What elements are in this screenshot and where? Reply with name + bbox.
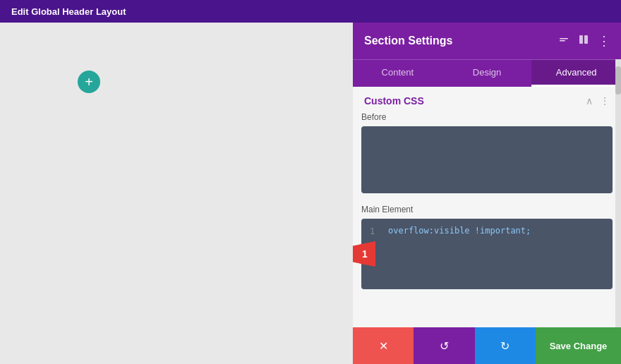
- canvas-area: +: [0, 23, 353, 364]
- svg-rect-2: [579, 35, 583, 44]
- more-options-icon[interactable]: ⋮: [598, 33, 610, 49]
- panel-header: Section Settings ⋮: [353, 23, 621, 59]
- undo-icon: ↺: [440, 339, 449, 353]
- panel-title: Section Settings: [364, 35, 452, 47]
- svg-rect-3: [584, 35, 588, 44]
- close-icon: ✕: [379, 339, 388, 353]
- redo-icon: ↻: [500, 339, 510, 353]
- undo-button[interactable]: ↺: [414, 327, 474, 364]
- css-code: overflow:visible !important;: [388, 226, 531, 236]
- main-element-wrapper: Main Element 1 1 overflow:visible !impor…: [361, 205, 613, 289]
- css-section-title: Custom CSS: [364, 95, 424, 107]
- panel-content: Custom CSS ∧ ⋮ Before Main Element: [353, 87, 621, 364]
- section-more-icon[interactable]: ⋮: [600, 95, 610, 107]
- tabs-row: Content Design Advanced: [353, 59, 621, 87]
- close-button[interactable]: ✕: [353, 327, 414, 364]
- top-bar-title: Edit Global Header Layout: [11, 6, 126, 17]
- before-label-wrapper: Before: [361, 112, 613, 193]
- css-section: Custom CSS ∧ ⋮ Before Main Element: [353, 87, 621, 289]
- plus-icon: +: [85, 75, 93, 89]
- step-number: 1: [362, 248, 368, 260]
- svg-rect-1: [560, 40, 565, 42]
- scrollbar-thumb[interactable]: [615, 66, 621, 95]
- columns-icon[interactable]: [578, 34, 589, 48]
- before-label: Before: [361, 112, 613, 122]
- redo-button[interactable]: ↻: [475, 327, 536, 364]
- tab-content[interactable]: Content: [353, 60, 442, 87]
- css-section-header: Custom CSS ∧ ⋮: [361, 87, 613, 112]
- collapse-icon[interactable]: ∧: [586, 95, 593, 107]
- section-header-icons: ∧ ⋮: [586, 95, 610, 107]
- step-badge: 1: [353, 241, 375, 267]
- panel-header-icons: ⋮: [558, 33, 610, 49]
- css-editor-content: 1 overflow:visible !important;: [361, 219, 613, 289]
- scrollbar-track[interactable]: [615, 59, 621, 327]
- add-section-button[interactable]: +: [78, 71, 100, 93]
- line-number: 1: [370, 226, 381, 236]
- tab-advanced[interactable]: Advanced: [531, 60, 621, 87]
- svg-rect-0: [560, 38, 568, 40]
- main-layout: + Section Settings ⋮: [0, 23, 621, 364]
- main-element-editor-container: 1 1 overflow:visible !important;: [361, 219, 613, 289]
- main-element-label: Main Element: [361, 205, 613, 214]
- action-bar: ✕ ↺ ↻ Save Change: [353, 327, 621, 364]
- save-button[interactable]: Save Change: [536, 327, 621, 364]
- main-element-css-editor[interactable]: 1 overflow:visible !important;: [361, 219, 613, 289]
- tab-design[interactable]: Design: [442, 60, 532, 87]
- settings-panel: Section Settings ⋮: [353, 23, 621, 364]
- save-label: Save Change: [550, 341, 608, 351]
- step-badge-container: 1: [353, 241, 375, 267]
- before-css-editor[interactable]: [361, 126, 613, 193]
- top-bar: Edit Global Header Layout: [0, 0, 621, 23]
- minimize-icon[interactable]: [558, 34, 569, 48]
